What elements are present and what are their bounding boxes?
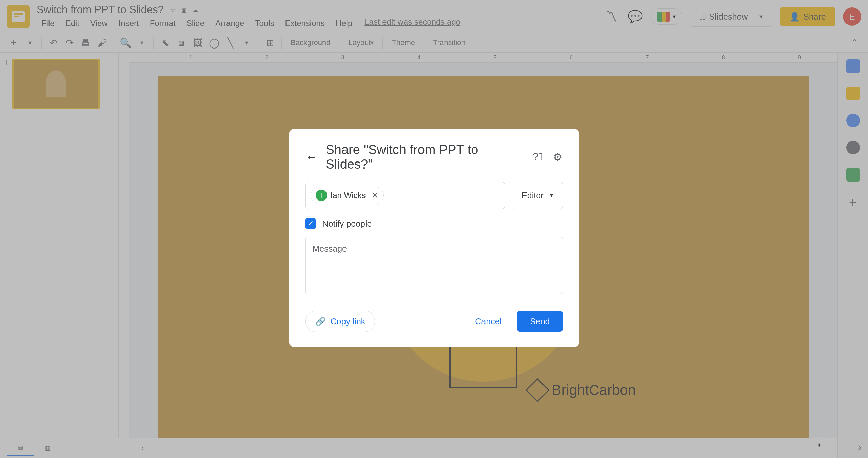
dialog-title: Share "Switch from PPT to Slides?"	[326, 142, 525, 172]
copy-link-label: Copy link	[331, 317, 366, 326]
back-button[interactable]: ←	[305, 150, 318, 164]
copy-link-button[interactable]: 🔗 Copy link	[305, 311, 375, 332]
notify-checkbox[interactable]: ✓	[305, 218, 316, 229]
help-icon[interactable]: ?⃝	[533, 151, 542, 164]
person-name: Ian Wicks	[331, 191, 366, 200]
gear-icon[interactable]: ⚙	[553, 151, 563, 164]
send-button[interactable]: Send	[517, 311, 563, 332]
role-selector[interactable]: Editor ▾	[512, 182, 563, 209]
role-label: Editor	[521, 191, 544, 201]
remove-chip-button[interactable]: ✕	[371, 190, 379, 201]
person-avatar: I	[316, 190, 327, 201]
share-dialog: ← Share "Switch from PPT to Slides?" ?⃝ …	[289, 129, 579, 347]
notify-label: Notify people	[322, 219, 372, 229]
person-chip: I Ian Wicks ✕	[311, 187, 384, 204]
people-input[interactable]: I Ian Wicks ✕	[305, 182, 505, 209]
chevron-down-icon: ▾	[550, 192, 553, 199]
message-textarea[interactable]	[305, 237, 563, 294]
cancel-button[interactable]: Cancel	[466, 311, 511, 332]
modal-overlay[interactable]: ← Share "Switch from PPT to Slides?" ?⃝ …	[0, 0, 868, 458]
link-icon: 🔗	[315, 317, 326, 326]
